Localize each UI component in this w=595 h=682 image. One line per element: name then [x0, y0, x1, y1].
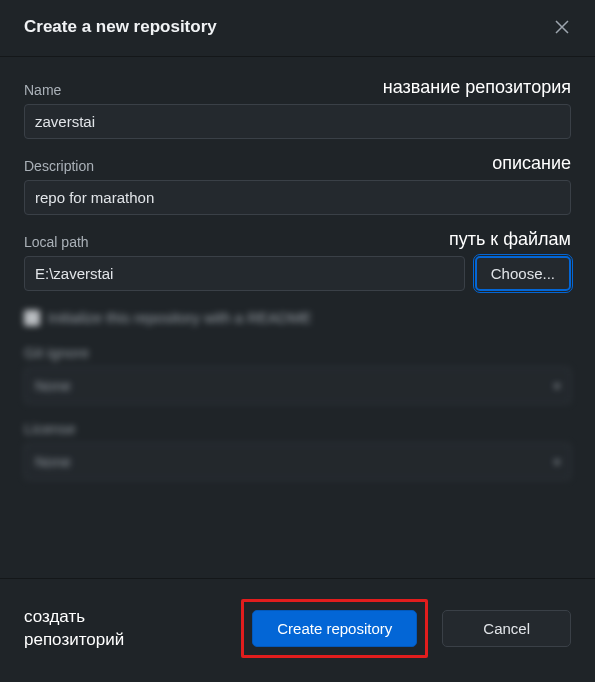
name-annotation: название репозитория: [383, 77, 571, 98]
button-group: Create repository Cancel: [241, 599, 571, 658]
cancel-button[interactable]: Cancel: [442, 610, 571, 647]
name-field: Name название репозитория: [24, 77, 571, 139]
blurred-section: Initialize this repository with a README…: [24, 309, 571, 480]
dialog-footer: создать репозиторий Create repository Ca…: [0, 578, 595, 682]
license-group: License None ▾: [24, 420, 571, 480]
description-field: Description описание: [24, 153, 571, 215]
dialog-body: Name название репозитория Description оп…: [0, 57, 595, 578]
create-repository-dialog: Create a new repository Name название ре…: [0, 0, 595, 682]
license-value: None: [35, 453, 71, 470]
path-annotation: путь к файлам: [449, 229, 571, 250]
gitignore-group: Git ignore None ▾: [24, 344, 571, 404]
readme-checkbox[interactable]: [24, 310, 40, 326]
close-icon: [555, 20, 569, 34]
create-highlight: Create repository: [241, 599, 428, 658]
description-annotation: описание: [492, 153, 571, 174]
description-input[interactable]: [24, 180, 571, 215]
name-input[interactable]: [24, 104, 571, 139]
chevron-down-icon: ▾: [554, 455, 560, 469]
name-label: Name: [24, 82, 61, 98]
close-button[interactable]: [551, 16, 573, 38]
dialog-header: Create a new repository: [0, 0, 595, 57]
readme-label: Initialize this repository with a README: [48, 309, 311, 326]
gitignore-value: None: [35, 377, 71, 394]
gitignore-label: Git ignore: [24, 344, 571, 361]
path-input[interactable]: [24, 256, 465, 291]
chevron-down-icon: ▾: [554, 379, 560, 393]
path-field: Local path путь к файлам Choose...: [24, 229, 571, 291]
path-label: Local path: [24, 234, 89, 250]
create-repository-button[interactable]: Create repository: [252, 610, 417, 647]
license-label: License: [24, 420, 571, 437]
description-label: Description: [24, 158, 94, 174]
readme-row: Initialize this repository with a README: [24, 309, 571, 326]
gitignore-select[interactable]: None ▾: [24, 367, 571, 404]
choose-button[interactable]: Choose...: [475, 256, 571, 291]
footer-annotation: создать репозиторий: [24, 606, 124, 650]
license-select[interactable]: None ▾: [24, 443, 571, 480]
dialog-title: Create a new repository: [24, 17, 217, 37]
